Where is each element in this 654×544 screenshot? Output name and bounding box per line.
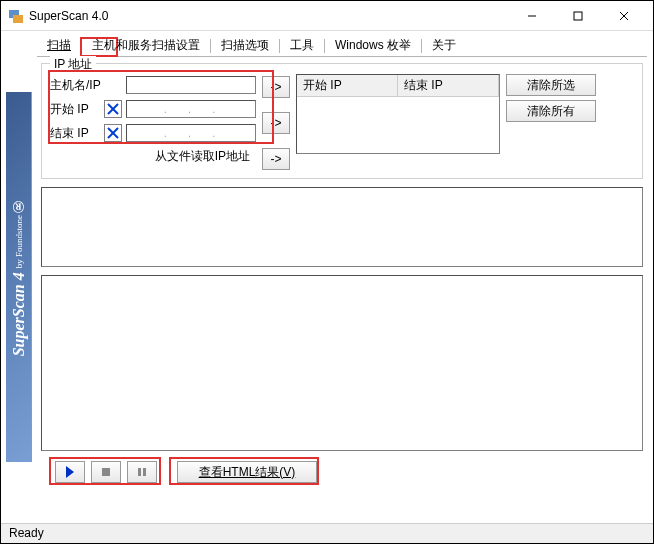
app-icon bbox=[7, 8, 23, 24]
end-ip-input[interactable] bbox=[126, 124, 256, 142]
clear-selected-button[interactable]: 清除所选 bbox=[506, 74, 596, 96]
tab-windows-enum[interactable]: Windows 枚举 bbox=[325, 34, 421, 58]
close-button[interactable] bbox=[601, 2, 647, 30]
window-controls bbox=[509, 2, 647, 30]
view-html-button[interactable]: 查看HTML结果(V) bbox=[177, 461, 317, 483]
hostname-input[interactable] bbox=[126, 76, 256, 94]
sidebar: SuperScan 4 by Foundstone® bbox=[1, 31, 37, 523]
clear-start-button[interactable] bbox=[104, 100, 122, 118]
sidebar-product-text: SuperScan 4 by Foundstone® bbox=[10, 198, 28, 356]
start-ip-label: 开始 IP bbox=[50, 101, 104, 118]
play-button[interactable] bbox=[55, 461, 85, 483]
window-title: SuperScan 4.0 bbox=[29, 9, 509, 23]
status-text: Ready bbox=[9, 526, 44, 540]
tab-tools[interactable]: 工具 bbox=[280, 34, 324, 58]
stop-button[interactable] bbox=[91, 461, 121, 483]
hostname-label: 主机名/IP bbox=[50, 77, 104, 94]
clear-end-button[interactable] bbox=[104, 124, 122, 142]
bottom-controls: 查看HTML结果(V) bbox=[37, 455, 647, 489]
app-window: SuperScan 4.0 SuperScan 4 by Foundstone®… bbox=[0, 0, 654, 544]
end-ip-label: 结束 IP bbox=[50, 125, 104, 142]
group-title: IP 地址 bbox=[50, 56, 96, 73]
tab-scan[interactable]: 扫描 bbox=[37, 34, 81, 58]
main-panel: 扫描 主机和服务扫描设置 扫描选项 工具 Windows 枚举 关于 IP 地址 bbox=[37, 31, 653, 523]
ip-input-area: 主机名/IP 开始 IP 结束 IP bbox=[50, 74, 256, 170]
ip-address-group: IP 地址 主机名/IP 开始 IP bbox=[41, 63, 643, 179]
col-start-ip: 开始 IP bbox=[297, 75, 398, 97]
add-range-button[interactable]: -> bbox=[262, 112, 290, 134]
svg-rect-10 bbox=[138, 468, 141, 476]
tab-bar: 扫描 主机和服务扫描设置 扫描选项 工具 Windows 枚举 关于 bbox=[37, 35, 647, 57]
read-file-label: 从文件读取IP地址 bbox=[50, 148, 256, 165]
pause-button[interactable] bbox=[127, 461, 157, 483]
add-file-button[interactable]: -> bbox=[262, 148, 290, 170]
clear-all-button[interactable]: 清除所有 bbox=[506, 100, 596, 122]
tab-scan-options[interactable]: 扫描选项 bbox=[211, 34, 279, 58]
add-host-button[interactable]: -> bbox=[262, 76, 290, 98]
tab-about[interactable]: 关于 bbox=[422, 34, 466, 58]
start-ip-input[interactable] bbox=[126, 100, 256, 118]
col-end-ip: 结束 IP bbox=[398, 75, 499, 97]
maximize-button[interactable] bbox=[555, 2, 601, 30]
svg-rect-9 bbox=[102, 468, 110, 476]
ip-range-table[interactable]: 开始 IP 结束 IP bbox=[296, 74, 500, 154]
svg-marker-8 bbox=[66, 466, 74, 478]
status-bar: Ready bbox=[1, 523, 653, 543]
output-list-2[interactable] bbox=[41, 275, 643, 451]
sidebar-banner: SuperScan 4 by Foundstone® bbox=[6, 92, 32, 462]
titlebar: SuperScan 4.0 bbox=[1, 1, 653, 31]
svg-rect-11 bbox=[143, 468, 146, 476]
output-list-1[interactable] bbox=[41, 187, 643, 267]
tab-host-service[interactable]: 主机和服务扫描设置 bbox=[82, 34, 210, 58]
svg-rect-1 bbox=[574, 12, 582, 20]
minimize-button[interactable] bbox=[509, 2, 555, 30]
body-area: SuperScan 4 by Foundstone® 扫描 主机和服务扫描设置 … bbox=[1, 31, 653, 523]
